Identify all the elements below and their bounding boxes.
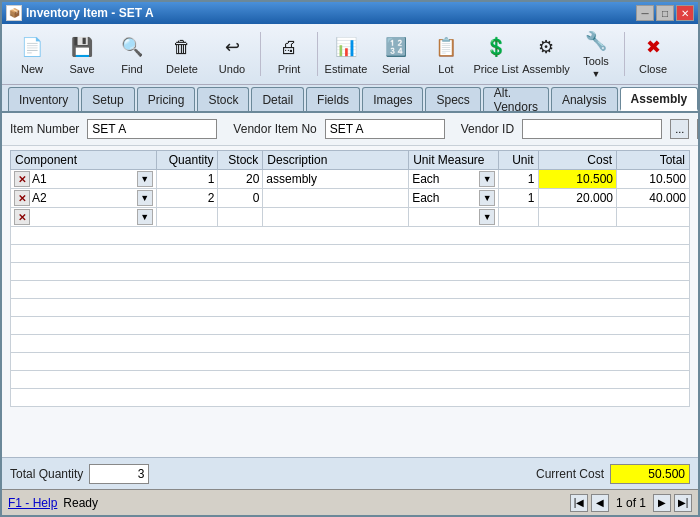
tab-altvendors[interactable]: Alt. Vendors xyxy=(483,87,549,111)
vendor-id-label: Vendor ID xyxy=(461,122,514,136)
row2-component-dropdown[interactable]: ▼ xyxy=(137,190,153,206)
new-icon: 📄 xyxy=(18,33,46,61)
page-separator: of xyxy=(626,496,639,510)
row1-component-value: A1 xyxy=(32,172,135,186)
row2-quantity: 2 xyxy=(156,189,218,208)
item-number-input[interactable] xyxy=(87,119,217,139)
pricelist-button[interactable]: 💲 Price List xyxy=(472,28,520,80)
row1-stock: 20 xyxy=(218,170,263,189)
print-button[interactable]: 🖨 Print xyxy=(265,28,313,80)
vendor-item-input[interactable] xyxy=(325,119,445,139)
current-cost-input[interactable] xyxy=(610,464,690,484)
row3-component-dropdown[interactable]: ▼ xyxy=(137,209,153,225)
undo-button[interactable]: ↩ Undo xyxy=(208,28,256,80)
serial-icon: 🔢 xyxy=(382,33,410,61)
tab-inventory[interactable]: Inventory xyxy=(8,87,79,111)
tab-assembly[interactable]: Assembly xyxy=(620,87,699,111)
toolbar-separator-3 xyxy=(624,32,625,76)
row3-unit-measure-dropdown[interactable]: ▼ xyxy=(479,209,495,225)
tab-fields[interactable]: Fields xyxy=(306,87,360,111)
serial-button[interactable]: 🔢 Serial xyxy=(372,28,420,80)
field-row: Item Number Vendor Item No Vendor ID ...… xyxy=(2,113,698,146)
footer-right: Current Cost xyxy=(536,464,690,484)
vendor-id-input[interactable] xyxy=(522,119,662,139)
nav-first-button[interactable]: |◀ xyxy=(570,494,588,512)
maximize-button[interactable]: □ xyxy=(656,5,674,21)
row1-description: assembly xyxy=(263,170,409,189)
vendor-id-browse-button[interactable]: ... xyxy=(670,119,689,139)
tab-setup[interactable]: Setup xyxy=(81,87,134,111)
find-icon: 🔍 xyxy=(118,33,146,61)
delete-icon: 🗑 xyxy=(168,33,196,61)
row3-cost xyxy=(538,208,617,227)
tools-button[interactable]: 🔧 Tools ▼ xyxy=(572,28,620,80)
col-quantity: Quantity xyxy=(156,151,218,170)
current-cost-label: Current Cost xyxy=(536,467,604,481)
status-bar: F1 - Help Ready |◀ ◀ 1 of 1 ▶ ▶| xyxy=(2,489,698,515)
col-stock: Stock xyxy=(218,151,263,170)
find-button[interactable]: 🔍 Find xyxy=(108,28,156,80)
content-area: Item Number Vendor Item No Vendor ID ...… xyxy=(2,113,698,489)
row2-stock: 0 xyxy=(218,189,263,208)
row2-cost: 20.000 xyxy=(538,189,617,208)
tab-images[interactable]: Images xyxy=(362,87,423,111)
row3-quantity xyxy=(156,208,218,227)
row3-delete-button[interactable]: ✕ xyxy=(14,209,30,225)
title-controls: ─ □ ✕ xyxy=(636,5,694,21)
row1-component-dropdown[interactable]: ▼ xyxy=(137,171,153,187)
row2-delete-button[interactable]: ✕ xyxy=(14,190,30,206)
item-number-label: Item Number xyxy=(10,122,79,136)
tab-pricing[interactable]: Pricing xyxy=(137,87,196,111)
row2-total: 40.000 xyxy=(617,189,690,208)
total-quantity-input[interactable] xyxy=(89,464,149,484)
main-window: 📦 Inventory Item - SET A ─ □ ✕ 📄 New 💾 S… xyxy=(0,0,700,517)
close-button[interactable]: ✖ Close xyxy=(629,28,677,80)
row2-unit-measure-cell: Each ▼ xyxy=(409,189,499,208)
nav-next-button[interactable]: ▶ xyxy=(653,494,671,512)
nav-prev-button[interactable]: ◀ xyxy=(591,494,609,512)
minimize-button[interactable]: ─ xyxy=(636,5,654,21)
col-component: Component xyxy=(11,151,157,170)
status-left: F1 - Help Ready xyxy=(8,496,98,510)
tools-icon: 🔧 xyxy=(582,29,610,53)
table-row xyxy=(11,371,690,389)
row3-component-cell: ✕ ▼ xyxy=(11,208,157,227)
window-icon: 📦 xyxy=(6,5,22,21)
save-button[interactable]: 💾 Save xyxy=(58,28,106,80)
toolbar-separator-2 xyxy=(317,32,318,76)
row1-unit-measure-dropdown[interactable]: ▼ xyxy=(479,171,495,187)
page-current: 1 xyxy=(616,496,623,510)
table-row xyxy=(11,227,690,245)
row3-description xyxy=(263,208,409,227)
table-row: ✕ A1 ▼ 1 20 assembly Each ▼ xyxy=(11,170,690,189)
row2-component-cell: ✕ A2 ▼ xyxy=(11,189,157,208)
tab-stock[interactable]: Stock xyxy=(197,87,249,111)
status-right: |◀ ◀ 1 of 1 ▶ ▶| xyxy=(570,494,692,512)
close-icon: ✖ xyxy=(639,33,667,61)
pricelist-icon: 💲 xyxy=(482,33,510,61)
row3-unit-measure-cell: ▼ xyxy=(409,208,499,227)
window-close-button[interactable]: ✕ xyxy=(676,5,694,21)
assembly-table: Component Quantity Stock Description Uni… xyxy=(10,150,690,407)
table-row: ✕ A2 ▼ 2 0 Each ▼ xyxy=(11,189,690,208)
table-row: ✕ ▼ ▼ xyxy=(11,208,690,227)
page-total: 1 xyxy=(639,496,646,510)
vendor-id-dropdown-button[interactable]: ▼ xyxy=(697,119,698,139)
new-button[interactable]: 📄 New xyxy=(8,28,56,80)
delete-button[interactable]: 🗑 Delete xyxy=(158,28,206,80)
toolbar: 📄 New 💾 Save 🔍 Find 🗑 Delete ↩ Undo 🖨 Pr… xyxy=(2,24,698,85)
help-link[interactable]: F1 - Help xyxy=(8,496,57,510)
total-quantity-label: Total Quantity xyxy=(10,467,83,481)
tab-specs[interactable]: Specs xyxy=(425,87,480,111)
assembly-toolbar-button[interactable]: ⚙ Assembly xyxy=(522,28,570,80)
lot-button[interactable]: 📋 Lot xyxy=(422,28,470,80)
table-row xyxy=(11,281,690,299)
tab-analysis[interactable]: Analysis xyxy=(551,87,618,111)
row1-unit-measure-value: Each xyxy=(412,172,477,186)
row2-unit-measure-dropdown[interactable]: ▼ xyxy=(479,190,495,206)
row1-unit-measure-cell: Each ▼ xyxy=(409,170,499,189)
row1-delete-button[interactable]: ✕ xyxy=(14,171,30,187)
nav-last-button[interactable]: ▶| xyxy=(674,494,692,512)
estimate-button[interactable]: 📊 Estimate xyxy=(322,28,370,80)
tab-detail[interactable]: Detail xyxy=(251,87,304,111)
